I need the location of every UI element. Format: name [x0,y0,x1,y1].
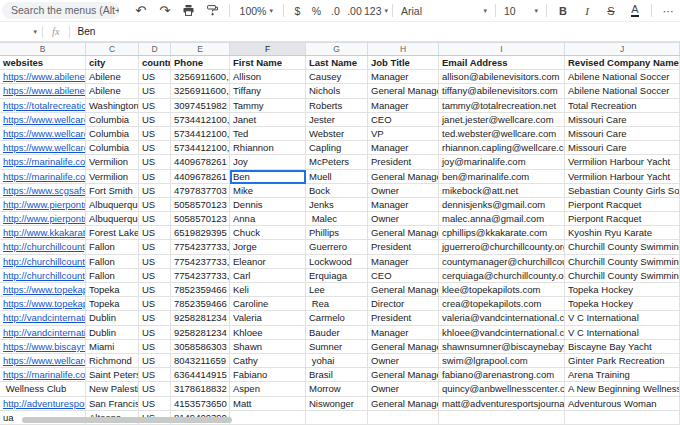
cell-I5[interactable]: janet.jester@wellcare.com [439,113,565,127]
cell-D16[interactable]: US [139,269,171,283]
cell-J11[interactable]: Pierpont Racquet [565,198,680,212]
cell-D17[interactable]: US [139,283,171,297]
cell-B16[interactable]: http://churchillcounty.o [0,269,86,283]
cell-G15[interactable]: Lockwood [306,255,368,269]
cell-B24[interactable]: Wellness Club [0,382,86,396]
cell-F1[interactable]: First Name [230,56,306,70]
format-currency-button[interactable]: $ [288,1,307,21]
cell-D20[interactable]: US [139,326,171,340]
cell-I4[interactable]: tammy@totalrecreation.net [439,99,565,113]
cell-I23[interactable]: fabiano@arenastrong.com [439,368,565,382]
cell-B6[interactable]: https://www.wellcare.c [0,127,86,141]
cell-B1[interactable]: websites [0,56,86,70]
cell-C1[interactable]: city [86,56,139,70]
cell-F16[interactable]: Carl [230,269,306,283]
cell-H5[interactable]: CEO [368,113,439,127]
cell-H13[interactable]: General Manager [368,226,439,240]
cell-I2[interactable]: allison@abilenevisitors.com [439,70,565,84]
cell-H20[interactable]: Manager [368,326,439,340]
cell-H12[interactable]: Owner [368,212,439,226]
cell-B5[interactable]: https://www.wellcare.c [0,113,86,127]
cell-G11[interactable]: Jenks [306,198,368,212]
cell-D11[interactable]: US [139,198,171,212]
font-family-select[interactable]: Arial ▾ [397,1,491,21]
cell-I12[interactable]: malec.anna@gmail.com [439,212,565,226]
cell-I24[interactable]: quincy@anbwellnesscenter.org [439,382,565,396]
menu-search-input[interactable]: Search the menus (Alt+/) [2,2,119,19]
cell-D21[interactable]: US [139,340,171,354]
cell-E21[interactable]: 3058586303 [171,340,230,354]
cell-F20[interactable]: Khloee [230,326,306,340]
cell-J24[interactable]: A New Beginning Wellness [565,382,680,396]
cell-H7[interactable]: Manager [368,141,439,155]
cell-G6[interactable]: Webster [306,127,368,141]
cell-F25[interactable]: Matt [230,397,306,411]
cell-F3[interactable]: Tiffany [230,84,306,98]
cell-J1[interactable]: Revised Company Name [565,56,680,70]
cell-H15[interactable]: Manager [368,255,439,269]
cell-J26[interactable] [565,411,680,425]
cell-D3[interactable]: US [139,84,171,98]
cell-J21[interactable]: Biscayne Bay Yacht [565,340,680,354]
cell-H22[interactable]: Owner [368,354,439,368]
cell-E11[interactable]: 5058570123 [171,198,230,212]
cell-E20[interactable]: 9258281234 [171,326,230,340]
column-header-C[interactable]: C [86,43,139,55]
cell-C10[interactable]: Fort Smith [86,184,139,198]
cell-G9[interactable]: Muell [306,170,368,184]
cell-C20[interactable]: Dublin [86,326,139,340]
cell-J16[interactable]: Churchill County Swimming F [565,269,680,283]
cell-D13[interactable]: US [139,226,171,240]
cell-C13[interactable]: Forest Lake [86,226,139,240]
cell-E8[interactable]: 4409678261 [171,155,230,169]
cell-J12[interactable]: Pierpont Racquet [565,212,680,226]
cell-J15[interactable]: Churchill County Swimming F [565,255,680,269]
cell-B22[interactable]: https://www.wellcare.c [0,354,86,368]
cell-H25[interactable]: General Manager [368,397,439,411]
column-header-D[interactable]: D [139,43,171,55]
cell-J17[interactable]: Topeka Hockey [565,283,680,297]
cell-C25[interactable]: San Francisc [86,397,139,411]
cell-C19[interactable]: Dublin [86,311,139,325]
cell-C21[interactable]: Miami [86,340,139,354]
cell-D10[interactable]: US [139,184,171,198]
cell-F14[interactable]: Jorge [230,240,306,254]
cell-H18[interactable]: Director [368,297,439,311]
cell-F2[interactable]: Allison [230,70,306,84]
column-header-G[interactable]: G [306,43,368,55]
cell-G5[interactable]: Jester [306,113,368,127]
cell-I14[interactable]: jguerrero@churchillcounty.org [439,240,565,254]
text-color-button[interactable]: A [623,1,647,21]
cell-D23[interactable]: US [139,368,171,382]
cell-C7[interactable]: Columbia [86,141,139,155]
strikethrough-button[interactable]: S [599,1,623,21]
cell-G10[interactable]: Bock [306,184,368,198]
cell-H11[interactable]: Manager [368,198,439,212]
cell-J7[interactable]: Missouri Care [565,141,680,155]
italic-button[interactable]: I [575,1,599,21]
cell-F17[interactable]: Keli [230,283,306,297]
cell-D4[interactable]: US [139,99,171,113]
cell-I10[interactable]: mikebock@att.net [439,184,565,198]
cell-D15[interactable]: US [139,255,171,269]
cell-F11[interactable]: Dennis [230,198,306,212]
cell-J2[interactable]: Abilene National Soccer [565,70,680,84]
cell-H3[interactable]: General Manager [368,84,439,98]
cell-D14[interactable]: US [139,240,171,254]
cell-E24[interactable]: 3178618832 [171,382,230,396]
cell-D5[interactable]: US [139,113,171,127]
cell-H24[interactable]: Owner [368,382,439,396]
cell-G8[interactable]: McPeters [306,155,368,169]
cell-E1[interactable]: Phone [171,56,230,70]
cell-H23[interactable]: General Manager [368,368,439,382]
cell-C17[interactable]: Topeka [86,283,139,297]
cell-G21[interactable]: Sumner [306,340,368,354]
cell-C22[interactable]: Richmond [86,354,139,368]
cell-D9[interactable]: US [139,170,171,184]
cell-F26[interactable] [230,411,306,425]
cell-E23[interactable]: 6364414915 [171,368,230,382]
cell-G25[interactable]: Niswonger [306,397,368,411]
cell-I26[interactable] [439,411,565,425]
column-header-B[interactable]: B [0,43,86,55]
more-toolbar-button[interactable]: ⋯ [656,1,680,21]
